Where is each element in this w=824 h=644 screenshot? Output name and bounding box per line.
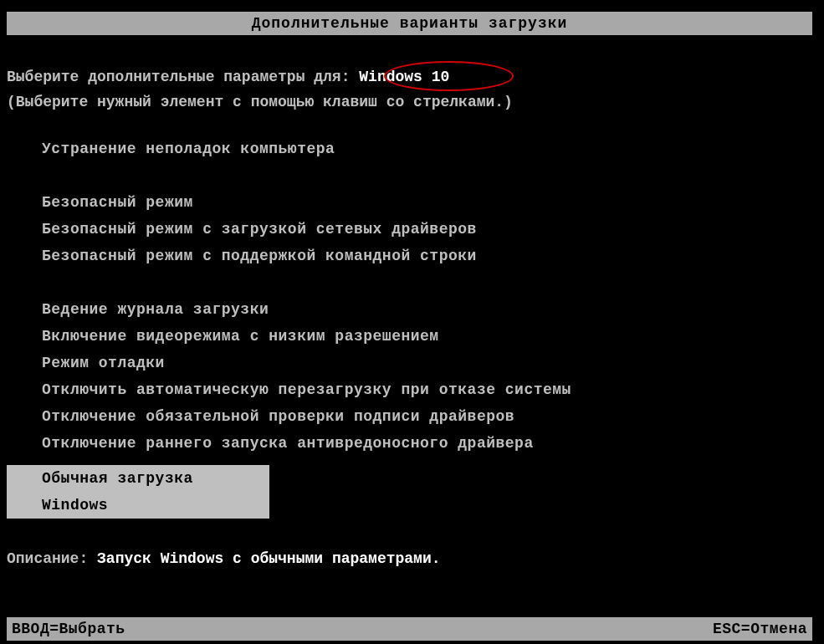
footer-bar: ВВОД=Выбрать ESC=Отмена bbox=[7, 617, 812, 641]
title-bar: Дополнительные варианты загрузки bbox=[7, 12, 812, 35]
description-label: Описание: bbox=[7, 550, 97, 567]
content-area: Выберите дополнительные параметры для: W… bbox=[0, 69, 824, 567]
menu-item-disable-antimalware[interactable]: Отключение раннего запуска антивредоносн… bbox=[42, 430, 817, 457]
boot-options-menu: Устранение неполадок компьютера Безопасн… bbox=[7, 135, 817, 519]
menu-item-low-res[interactable]: Включение видеорежима с низким разрешени… bbox=[42, 323, 817, 350]
hint-text: (Выберите нужный элемент с помощью клави… bbox=[7, 94, 817, 110]
menu-item-disable-driver-sig[interactable]: Отключение обязательной проверки подписи… bbox=[42, 403, 817, 430]
footer-enter-hint: ВВОД=Выбрать bbox=[12, 621, 125, 637]
menu-item-safe-mode-cmd[interactable]: Безопасный режим с поддержкой командной … bbox=[42, 243, 817, 269]
description-text: Запуск Windows с обычными параметрами. bbox=[97, 550, 440, 567]
menu-item-disable-auto-restart[interactable]: Отключить автоматическую перезагрузку пр… bbox=[42, 376, 817, 403]
menu-item-normal-boot[interactable]: Обычная загрузка Windows bbox=[7, 465, 269, 519]
menu-item-safe-mode[interactable]: Безопасный режим bbox=[42, 189, 817, 216]
os-name: Windows 10 bbox=[359, 69, 449, 85]
prompt-line: Выберите дополнительные параметры для: W… bbox=[7, 69, 817, 85]
menu-item-boot-logging[interactable]: Ведение журнала загрузки bbox=[42, 296, 817, 323]
footer-esc-hint: ESC=Отмена bbox=[713, 621, 807, 637]
description-area: Описание: Запуск Windows с обычными пара… bbox=[7, 550, 817, 567]
menu-item-safe-mode-network[interactable]: Безопасный режим с загрузкой сетевых дра… bbox=[42, 216, 817, 243]
prompt-prefix: Выберите дополнительные параметры для: bbox=[7, 69, 359, 85]
page-title: Дополнительные варианты загрузки bbox=[252, 15, 568, 32]
menu-item-repair[interactable]: Устранение неполадок компьютера bbox=[42, 135, 817, 162]
menu-item-debug[interactable]: Режим отладки bbox=[42, 350, 817, 376]
